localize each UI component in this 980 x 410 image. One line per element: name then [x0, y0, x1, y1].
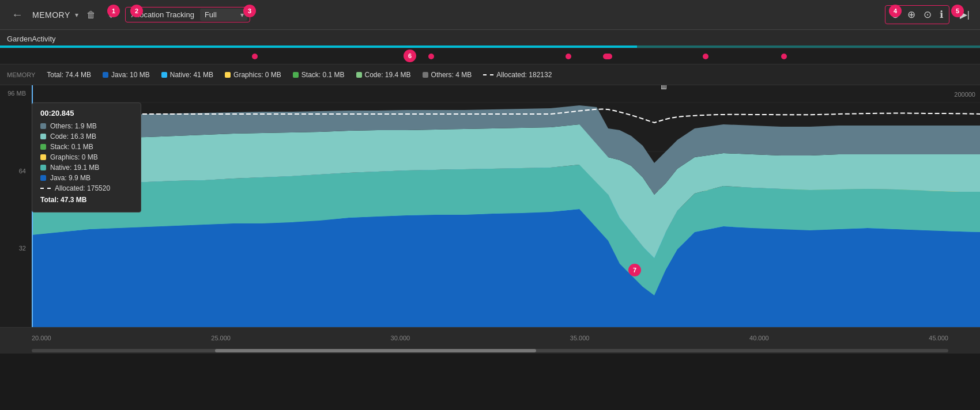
- tooltip-allocated-dash: [40, 188, 51, 189]
- y-axis-left: 96 MB 64 32: [0, 85, 32, 327]
- badge-6: 6: [404, 50, 416, 62]
- tooltip-graphics: Graphics: 0 MB: [50, 153, 98, 161]
- x-label-20: 20.000: [32, 335, 51, 341]
- badge-2: 2: [130, 5, 143, 17]
- tooltip-code: Code: 16.3 MB: [50, 132, 96, 141]
- event-dot-1[interactable]: [252, 54, 258, 59]
- x-label-45: 45.000: [929, 335, 948, 341]
- stack-color-dot: [293, 72, 299, 78]
- full-dropdown[interactable]: FullSampledNone: [200, 9, 247, 21]
- y-label-32mb: 32: [2, 245, 29, 252]
- code-value: Code: 19.4 MB: [365, 71, 411, 79]
- y-label-96mb: 96 MB: [2, 90, 29, 97]
- tooltip-code-dot: [40, 134, 46, 139]
- total-value: Total: 74.4 MB: [47, 71, 91, 79]
- tooltip: 00:20.845 Others: 1.9 MB Code: 16.3 MB S…: [32, 102, 141, 212]
- tooltip-native: Native: 19.1 MB: [50, 164, 99, 172]
- y-label-64mb: 64: [2, 168, 29, 174]
- toolbar: 1 2 3 4 5 ← MEMORY ▾ 🗑 ⬇ Allocation Trac…: [0, 0, 980, 30]
- event-dot-2[interactable]: [428, 54, 434, 59]
- native-value: Native: 41 MB: [170, 71, 213, 79]
- zoom-reset-button[interactable]: ⊙: [920, 7, 935, 22]
- tooltip-java-dot: [40, 175, 46, 181]
- tooltip-others: Others: 1.9 MB: [50, 122, 97, 130]
- java-value: Java: 10 MB: [111, 71, 150, 79]
- badge-5: 5: [951, 5, 964, 17]
- tooltip-stack-dot: [40, 144, 46, 150]
- others-color-dot: [423, 72, 428, 78]
- allocated-value: Allocated: 182132: [496, 71, 552, 79]
- stat-allocated: Allocated: 182132: [483, 71, 552, 79]
- tooltip-total-row: Total: 47.3 MB: [40, 196, 133, 204]
- graphics-value: Graphics: 0 MB: [233, 71, 281, 79]
- full-dropdown-wrapper[interactable]: FullSampledNone: [200, 9, 247, 21]
- event-dot-4-group[interactable]: [603, 54, 612, 59]
- stat-native: Native: 41 MB: [161, 71, 213, 79]
- events-row: 6: [0, 48, 980, 64]
- x-axis-row: 20.000 25.000 30.000 35.000 40.000 45.00…: [0, 327, 980, 348]
- x-label-35: 35.000: [570, 335, 590, 341]
- tooltip-allocated: Allocated: 175520: [55, 184, 110, 192]
- scrollbar-track[interactable]: [32, 349, 948, 352]
- stat-others: Others: 4 MB: [423, 71, 472, 79]
- stat-stack: Stack: 0.1 MB: [293, 71, 345, 79]
- stats-row: MEMORY Total: 74.4 MB Java: 10 MB Native…: [0, 64, 980, 85]
- tooltip-stack-row: Stack: 0.1 MB: [40, 143, 133, 151]
- others-value: Others: 4 MB: [431, 71, 472, 79]
- x-label-40: 40.000: [749, 335, 769, 341]
- tooltip-native-dot: [40, 165, 46, 170]
- zoom-in-button[interactable]: ⊕: [904, 7, 919, 22]
- stat-total: Total: 74.4 MB: [47, 71, 91, 79]
- tooltip-native-row: Native: 19.1 MB: [40, 164, 133, 172]
- back-button[interactable]: ←: [7, 6, 28, 24]
- tooltip-graphics-dot: [40, 154, 46, 160]
- tooltip-others-dot: [40, 123, 46, 129]
- stat-code: Code: 19.4 MB: [356, 71, 411, 79]
- stat-java: Java: 10 MB: [103, 71, 150, 79]
- info-button[interactable]: ℹ: [936, 7, 947, 22]
- badge-3: 3: [243, 5, 256, 17]
- badge-7: 7: [628, 264, 641, 276]
- graphics-color-dot: [225, 72, 231, 78]
- event-dot-6[interactable]: [781, 54, 787, 59]
- memory-chart-svg[interactable]: [32, 85, 980, 327]
- native-color-dot: [161, 72, 167, 78]
- tooltip-code-row: Code: 16.3 MB: [40, 132, 133, 141]
- stat-graphics: Graphics: 0 MB: [225, 71, 281, 79]
- tooltip-time: 00:20.845: [40, 109, 133, 117]
- session-timeline: [0, 45, 980, 48]
- badge-1: 1: [107, 5, 120, 17]
- tooltip-stack: Stack: 0.1 MB: [50, 143, 93, 151]
- event-dot-3[interactable]: [566, 54, 571, 59]
- garbage-collection-icon: 🗑: [659, 85, 669, 91]
- scrollbar-thumb[interactable]: [215, 349, 536, 352]
- code-color-dot: [356, 72, 362, 78]
- allocated-dash: [483, 74, 493, 75]
- allocation-tracking-group: Allocation Tracking FullSampledNone: [125, 7, 250, 22]
- tooltip-java-row: Java: 9.9 MB: [40, 174, 133, 182]
- x-label-30: 30.000: [391, 335, 410, 341]
- memory-label: MEMORY: [32, 10, 70, 20]
- stack-value: Stack: 0.1 MB: [301, 71, 345, 79]
- scrollbar-row[interactable]: [0, 348, 980, 354]
- session-timeline-active: [0, 45, 637, 48]
- tooltip-total: Total: 47.3 MB: [40, 196, 86, 204]
- java-color-dot: [103, 72, 108, 78]
- memory-dropdown-arrow[interactable]: ▾: [75, 11, 78, 19]
- x-label-25: 25.000: [211, 335, 231, 341]
- x-axis-labels: 20.000 25.000 30.000 35.000 40.000 45.00…: [32, 335, 948, 341]
- event-dot-5[interactable]: [703, 54, 708, 59]
- tooltip-allocated-row: Allocated: 175520: [40, 184, 133, 192]
- tooltip-java: Java: 9.9 MB: [50, 174, 91, 182]
- session-row: GardenActivity: [0, 30, 980, 48]
- tooltip-graphics-row: Graphics: 0 MB: [40, 153, 133, 161]
- badge-4: 4: [889, 5, 902, 17]
- tooltip-others-row: Others: 1.9 MB: [40, 122, 133, 130]
- session-name: GardenActivity: [7, 35, 56, 43]
- delete-button[interactable]: 🗑: [83, 7, 99, 22]
- memory-section-label: MEMORY: [7, 71, 35, 78]
- chart-area[interactable]: 96 MB 64 32 200000 150000 100000 50000 7…: [0, 85, 980, 327]
